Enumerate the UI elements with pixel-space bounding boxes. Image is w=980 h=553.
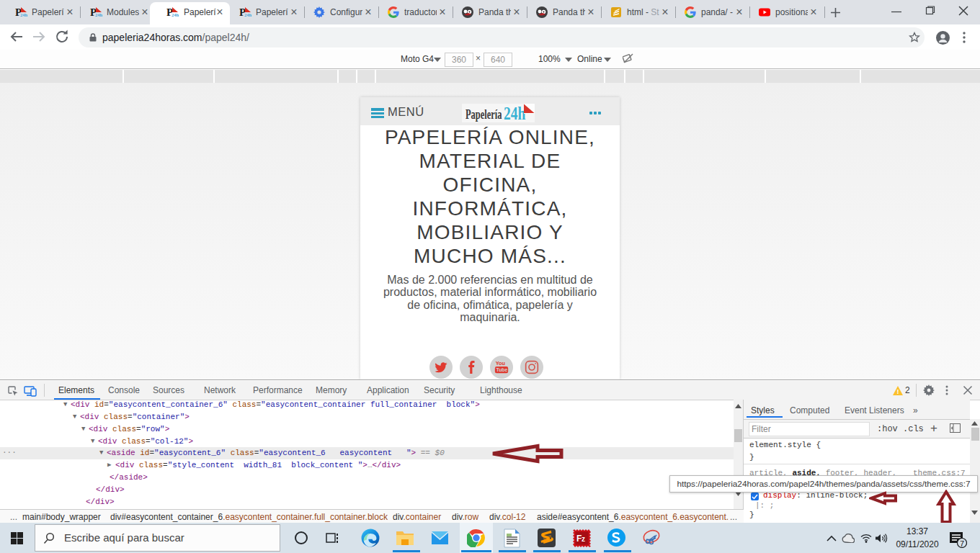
svg-text:You: You: [496, 360, 505, 367]
svg-text:!: !: [897, 388, 899, 395]
svg-text:Tube: Tube: [496, 367, 507, 372]
svg-text:z: z: [582, 535, 585, 543]
svg-text:7: 7: [960, 539, 964, 548]
